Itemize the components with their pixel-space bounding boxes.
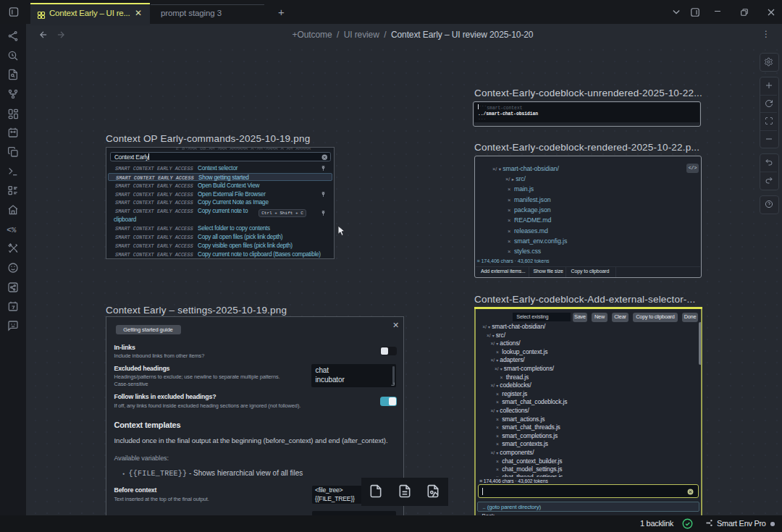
svg-text:<%: <% xyxy=(7,226,17,235)
